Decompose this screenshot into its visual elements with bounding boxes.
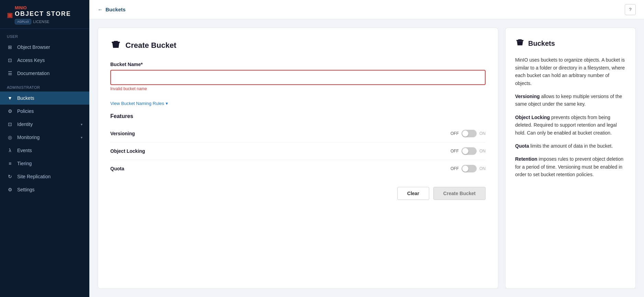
sidebar-logo: ▣ MINIO OBJECT STORE AGPLv3 LICENSE bbox=[0, 0, 89, 29]
main-content: ← Buckets ? Create Bucket Bucket Na bbox=[89, 0, 644, 297]
versioning-toggle[interactable] bbox=[462, 130, 477, 137]
sidebar-item-label: Access Keys bbox=[17, 57, 45, 63]
minio-logo-icon: ▣ bbox=[7, 11, 13, 19]
clear-button[interactable]: Clear bbox=[397, 187, 429, 200]
bucket-icon-large bbox=[110, 39, 121, 52]
sidebar-item-settings[interactable]: ⚙ Settings bbox=[0, 183, 89, 196]
sidebar-item-site-replication[interactable]: ↻ Site Replication bbox=[0, 170, 89, 183]
info-retention-block: Retention imposes rules to prevent objec… bbox=[515, 155, 626, 178]
lambda-icon: λ bbox=[7, 147, 13, 153]
quota-feature-row: Quota OFF ON bbox=[110, 160, 486, 177]
chevron-down-icon: ▾ bbox=[81, 136, 82, 139]
topbar: ← Buckets ? bbox=[89, 0, 644, 19]
features-section: Features Versioning OFF ON Object Lockin… bbox=[110, 113, 486, 177]
license-text: LICENSE bbox=[33, 20, 49, 24]
agpl-badge: AGPLv3 bbox=[15, 19, 31, 24]
back-label: Buckets bbox=[106, 7, 125, 12]
info-versioning-block: Versioning allows to keep multiple versi… bbox=[515, 93, 626, 108]
bucket-name-input[interactable] bbox=[110, 70, 486, 85]
object-locking-label: Object Locking bbox=[110, 148, 451, 154]
naming-rules-link[interactable]: View Bucket Naming Rules ▾ bbox=[110, 101, 168, 106]
create-bucket-button[interactable]: Create Bucket bbox=[433, 187, 486, 200]
sidebar-item-monitoring[interactable]: ◎ Monitoring ▾ bbox=[0, 131, 89, 144]
sidebar-item-identity[interactable]: ⊡ Identity ▾ bbox=[0, 118, 89, 131]
quota-toggle[interactable] bbox=[462, 165, 477, 172]
info-panel: Buckets MinIO uses buckets to organize o… bbox=[505, 28, 636, 289]
object-locking-on-label: ON bbox=[479, 149, 486, 153]
shield-icon: ⚙ bbox=[7, 108, 13, 114]
versioning-on-label: ON bbox=[479, 131, 486, 136]
quota-off-label: OFF bbox=[451, 166, 459, 171]
object-locking-off-label: OFF bbox=[451, 149, 459, 153]
info-quota-text: Quota limits the amount of data in the b… bbox=[515, 143, 613, 149]
brand-name: MINIO bbox=[15, 6, 27, 10]
sidebar-item-label: Settings bbox=[17, 187, 35, 192]
sidebar-item-events[interactable]: λ Events bbox=[0, 144, 89, 157]
bucket-info-icon bbox=[515, 38, 525, 49]
sidebar-item-documentation[interactable]: ☰ Documentation bbox=[0, 67, 89, 80]
sidebar-item-tiering[interactable]: ≡ Tiering bbox=[0, 157, 89, 170]
object-locking-toggle[interactable] bbox=[462, 147, 477, 155]
sync-icon: ↻ bbox=[7, 173, 13, 180]
sidebar-item-label: Documentation bbox=[17, 71, 49, 76]
sidebar-item-buckets[interactable]: ▼ Buckets bbox=[0, 92, 89, 105]
sidebar-item-label: Identity bbox=[17, 121, 33, 127]
section-user-label: User bbox=[0, 29, 89, 41]
bucket-name-label: Bucket Name* bbox=[110, 62, 486, 67]
info-intro-block: MinIO uses buckets to organize objects. … bbox=[515, 56, 626, 87]
object-locking-feature-row: Object Locking OFF ON bbox=[110, 142, 486, 160]
gear-icon: ⚙ bbox=[7, 187, 13, 193]
help-button[interactable]: ? bbox=[625, 4, 636, 15]
quota-on-label: ON bbox=[479, 166, 486, 171]
chevron-down-icon: ▾ bbox=[166, 101, 168, 106]
form-title: Create Bucket bbox=[125, 41, 176, 50]
info-quota-block: Quota limits the amount of data in the b… bbox=[515, 142, 626, 150]
back-arrow-icon: ← bbox=[98, 7, 103, 12]
versioning-feature-row: Versioning OFF ON bbox=[110, 125, 486, 142]
object-locking-toggle-group: OFF ON bbox=[451, 147, 486, 155]
create-bucket-form-panel: Create Bucket Bucket Name* Invalid bucke… bbox=[98, 28, 498, 289]
info-locking-text: Object Locking prevents objects from bei… bbox=[515, 115, 617, 136]
chevron-down-icon: ▾ bbox=[81, 123, 82, 126]
key-icon: ⊡ bbox=[7, 57, 13, 63]
info-versioning-text: Versioning allows to keep multiple versi… bbox=[515, 94, 622, 107]
bucket-icon: ▼ bbox=[7, 95, 13, 101]
sidebar-item-policies[interactable]: ⚙ Policies bbox=[0, 105, 89, 118]
features-title: Features bbox=[110, 113, 486, 119]
section-admin-label: Administrator bbox=[0, 80, 89, 92]
sidebar-item-label: Tiering bbox=[17, 161, 32, 166]
versioning-off-label: OFF bbox=[451, 131, 459, 136]
info-title: Buckets bbox=[528, 38, 555, 49]
product-name: OBJECT STORE bbox=[15, 10, 71, 18]
quota-label: Quota bbox=[110, 166, 451, 171]
help-icon: ? bbox=[629, 7, 631, 12]
grid-icon: ⊞ bbox=[7, 44, 13, 50]
form-actions: Clear Create Bucket bbox=[110, 187, 486, 200]
bucket-name-group: Bucket Name* Invalid bucket name bbox=[110, 62, 486, 91]
layers-icon: ≡ bbox=[7, 160, 13, 167]
sidebar-item-label: Events bbox=[17, 148, 32, 153]
sidebar: ▣ MINIO OBJECT STORE AGPLv3 LICENSE User… bbox=[0, 0, 89, 297]
versioning-label: Versioning bbox=[110, 131, 451, 136]
content-area: Create Bucket Bucket Name* Invalid bucke… bbox=[89, 19, 644, 297]
chart-icon: ◎ bbox=[7, 134, 13, 140]
sidebar-item-label: Object Browser bbox=[17, 44, 50, 50]
info-intro-text: MinIO uses buckets to organize objects. … bbox=[515, 57, 625, 86]
info-locking-block: Object Locking prevents objects from bei… bbox=[515, 114, 626, 137]
info-header: Buckets bbox=[515, 38, 626, 49]
sidebar-item-label: Monitoring bbox=[17, 135, 40, 140]
sidebar-item-access-keys[interactable]: ⊡ Access Keys bbox=[0, 54, 89, 67]
sidebar-item-label: Buckets bbox=[17, 95, 34, 101]
svg-rect-1 bbox=[114, 41, 118, 42]
naming-rules-label: View Bucket Naming Rules bbox=[110, 101, 164, 106]
svg-rect-3 bbox=[518, 39, 522, 41]
bucket-name-error: Invalid bucket name bbox=[110, 86, 486, 91]
versioning-toggle-group: OFF ON bbox=[451, 130, 486, 137]
person-icon: ⊡ bbox=[7, 121, 13, 127]
quota-toggle-group: OFF ON bbox=[451, 165, 486, 172]
sidebar-item-label: Site Replication bbox=[17, 174, 51, 179]
back-to-buckets-link[interactable]: ← Buckets bbox=[98, 7, 125, 12]
info-retention-text: Retention imposes rules to prevent objec… bbox=[515, 156, 623, 177]
doc-icon: ☰ bbox=[7, 70, 13, 76]
sidebar-item-object-browser[interactable]: ⊞ Object Browser bbox=[0, 41, 89, 54]
